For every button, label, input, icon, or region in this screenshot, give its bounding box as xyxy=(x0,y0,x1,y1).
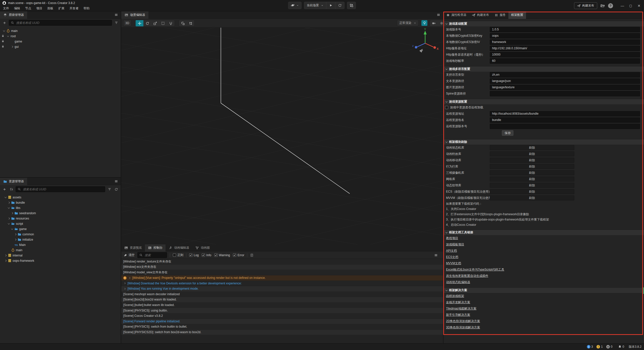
lighting-toggle-button[interactable] xyxy=(421,20,428,26)
create-node-button[interactable] xyxy=(2,20,7,25)
hierarchy-item-root[interactable]: root xyxy=(0,33,121,39)
render-mode-select[interactable]: 正常渲染 xyxy=(397,20,419,26)
section-框架模块剔除[interactable]: 框架模块剔除 xyxy=(444,139,644,145)
scene-menu-icon[interactable] xyxy=(434,13,443,17)
asset-item-resources[interactable]: resources xyxy=(0,216,121,221)
doc-link[interactable]: MVVM文档 xyxy=(446,261,461,266)
inspector-tab-构建发布[interactable]: 构建发布 xyxy=(469,11,492,19)
chevron-down-icon[interactable] xyxy=(8,222,10,224)
trim-module-button[interactable]: 剔除 xyxy=(490,195,574,200)
doc-link[interactable]: 2D角色扮演游戏解决方案 xyxy=(446,319,480,323)
close-button[interactable]: ✕ xyxy=(636,4,641,8)
asset-item-seedrandom[interactable]: seedrandom xyxy=(0,210,121,216)
asset-item-assets[interactable]: assets xyxy=(0,195,121,200)
console-search-input[interactable] xyxy=(144,253,165,257)
asset-item-game[interactable]: game xyxy=(0,226,121,232)
play-button[interactable] xyxy=(327,2,336,9)
snap-surface-button[interactable] xyxy=(187,20,194,26)
hierarchy-tab[interactable]: 层级管理器 xyxy=(0,11,27,19)
field-value-input[interactable]: http://192.168.0.150/main/ xyxy=(490,46,640,51)
trim-module-button[interactable]: 剔除 xyxy=(490,164,574,169)
doc-link[interactable]: 新手引导解决方案 xyxy=(446,313,470,317)
chevron-right-icon[interactable] xyxy=(14,238,16,240)
assets-menu-icon[interactable] xyxy=(112,179,121,183)
scene-gizmo-settings-button[interactable] xyxy=(438,20,443,26)
doc-link[interactable]: 原生包热更新配置自动生成插件 xyxy=(446,274,488,278)
chevron-down-icon[interactable] xyxy=(4,196,6,198)
trim-module-button[interactable]: 剔除 xyxy=(490,151,574,156)
asset-item-oops-framework[interactable]: oops-framework xyxy=(0,258,121,263)
section-框架文档工具链接[interactable]: 框架文档工具链接 xyxy=(444,230,644,235)
assets-filter-icon[interactable] xyxy=(107,187,112,192)
rect-tool-button[interactable] xyxy=(159,20,167,26)
field-value-input[interactable]: bundle xyxy=(490,117,640,123)
inspector-tab-框架配置[interactable]: 框架配置 xyxy=(508,11,526,19)
asset-sort-icon[interactable] xyxy=(9,187,14,192)
toggle-2d3d-button[interactable]: 3D xyxy=(123,20,131,26)
field-value-input[interactable]: 60 xyxy=(490,58,640,64)
trim-module-button[interactable]: 剔除 xyxy=(490,170,574,175)
scene-editor-tab[interactable]: 场景编辑器 xyxy=(121,11,148,19)
hierarchy-item-game[interactable]: game xyxy=(0,39,121,44)
menu-扩展[interactable]: 扩展 xyxy=(56,6,67,11)
chevron-down-icon[interactable] xyxy=(11,228,13,230)
asset-item-libs[interactable]: libs xyxy=(0,205,121,210)
asset-item-main[interactable]: main xyxy=(0,247,121,253)
assets-search-input[interactable] xyxy=(22,187,103,191)
assets-search[interactable] xyxy=(16,186,105,192)
section-游戏多语言配置[interactable]: 游戏多语言配置 xyxy=(444,66,644,72)
section-游戏基础配置[interactable]: 游戏基础配置 xyxy=(444,21,644,26)
doc-link[interactable]: Tiledmap地图解决方案 xyxy=(446,307,476,311)
trim-module-button[interactable]: 剔除 xyxy=(490,189,574,194)
doc-link[interactable]: 全栈开发解决方案 xyxy=(446,300,470,304)
scrollbar-thumb[interactable] xyxy=(642,287,644,294)
preview-scene-select[interactable]: 当前场景 xyxy=(304,2,327,9)
hierarchy-filter-icon[interactable] xyxy=(114,20,119,25)
doc-link[interactable]: 战棋游戏框架 xyxy=(446,294,464,298)
help-button[interactable]: ? xyxy=(608,3,613,8)
filter-warning-checkbox[interactable]: Warning xyxy=(214,253,230,257)
filter-info-checkbox[interactable]: Info xyxy=(202,253,211,257)
preview-qr-button[interactable] xyxy=(347,2,356,9)
menu-节点[interactable]: 节点 xyxy=(23,6,34,11)
section-框架解决方案[interactable]: 框架解决方案 xyxy=(444,287,644,293)
console-tab-资源预览[interactable]: 资源预览 xyxy=(121,244,145,251)
chevron-right-icon[interactable] xyxy=(8,201,10,203)
hierarchy-menu-icon[interactable] xyxy=(112,13,121,17)
hierarchy-item-gui[interactable]: gui xyxy=(0,44,121,49)
doc-link[interactable]: 游戏模板项目 xyxy=(446,242,464,247)
chevron-down-icon[interactable] xyxy=(8,206,10,208)
scene-viewport[interactable]: YXz xyxy=(121,28,443,244)
field-value-input[interactable]: framework xyxy=(490,39,640,45)
chevron-down-icon[interactable] xyxy=(3,29,5,31)
field-value-input[interactable]: language/json xyxy=(490,78,640,84)
field-value-input[interactable]: oops xyxy=(490,33,640,38)
minimize-button[interactable]: — xyxy=(620,4,625,8)
warning-count-badge[interactable]: ! 1 xyxy=(596,345,603,348)
log-row[interactable]: ![Window] [Vue warn]: Property "onInput"… xyxy=(121,275,443,281)
assets-tab[interactable]: 资源管理器 xyxy=(0,178,27,185)
field-value-input[interactable] xyxy=(490,91,640,96)
trim-module-button[interactable]: 剔除 xyxy=(490,183,574,188)
hierarchy-item-main[interactable]: main xyxy=(0,28,121,33)
asset-item-internal[interactable]: internal xyxy=(0,253,121,258)
transform-tool-button[interactable] xyxy=(167,20,175,26)
inspector-tab-属性检查器[interactable]: 属性检查器 xyxy=(444,11,469,19)
field-value-input[interactable]: zh,en xyxy=(490,72,640,77)
restart-button[interactable] xyxy=(336,2,344,9)
log-detail-icon[interactable] xyxy=(250,253,254,257)
expand-chevron-icon[interactable] xyxy=(124,282,126,284)
field-value-input[interactable]: 1.0.5 xyxy=(490,27,640,32)
chevron-right-icon[interactable] xyxy=(14,233,16,235)
console-tab-动画编辑器[interactable]: 动画编辑器 xyxy=(166,244,192,251)
snap-rotate-button[interactable] xyxy=(179,20,187,26)
log-row[interactable]: [Window] You are running Vue in developm… xyxy=(121,286,443,292)
regex-checkbox-box[interactable] xyxy=(173,253,176,257)
console-tab-动画图[interactable]: 动画图 xyxy=(192,244,213,251)
asset-item-bundle[interactable]: bundle xyxy=(0,200,121,205)
expand-chevron-icon[interactable] xyxy=(124,288,126,290)
hierarchy-search-input[interactable] xyxy=(16,21,110,25)
clear-console-button[interactable]: 清空 xyxy=(124,253,135,257)
doc-link[interactable]: ECS文档 xyxy=(446,255,458,259)
scene-camera-button[interactable] xyxy=(430,20,438,26)
